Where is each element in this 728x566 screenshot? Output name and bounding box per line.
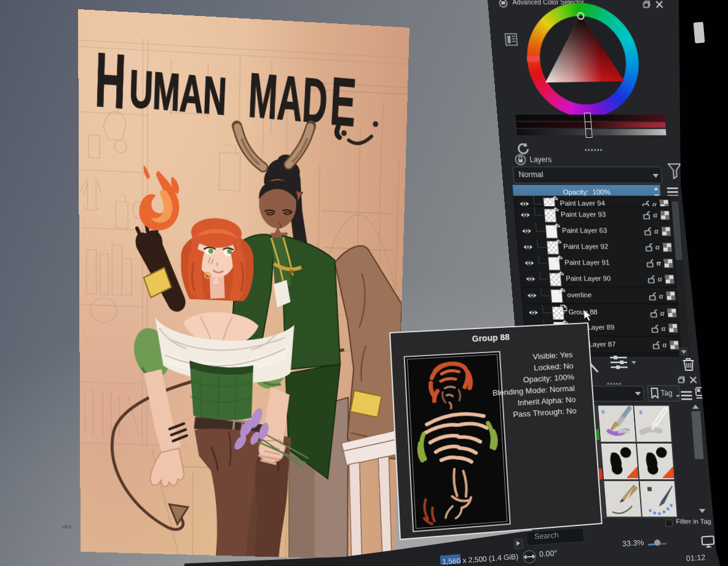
svg-text:UMAN: UMAN (129, 58, 228, 126)
svg-text:6: 6 (601, 409, 605, 415)
svg-text:E: E (328, 63, 358, 140)
svg-text:H: H (93, 36, 127, 126)
svg-text:MAD: MAD (247, 60, 330, 137)
svg-text:6: 6 (639, 410, 643, 416)
